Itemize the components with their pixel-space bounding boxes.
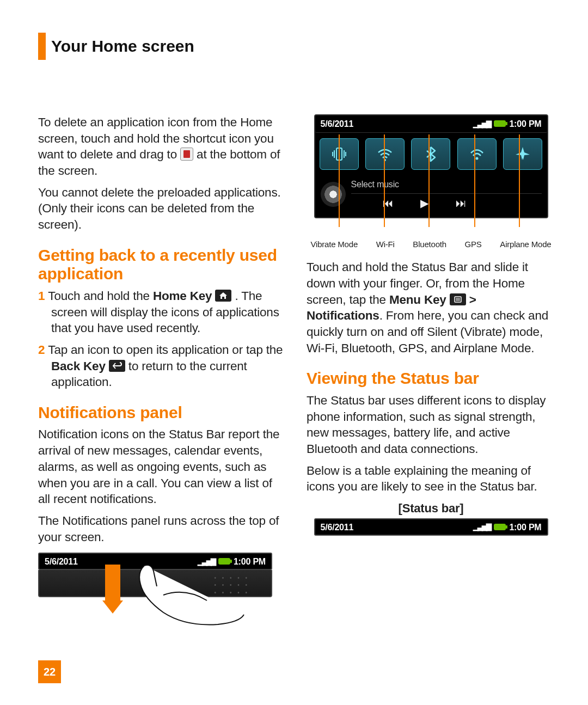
chapter-header: Your Home screen (38, 33, 555, 60)
signal-icon: ▁▃▅▇ (473, 522, 491, 531)
swipe-down-arrow-icon (102, 565, 123, 614)
step-number: 1 (38, 289, 45, 303)
status-time: 1:00 PM (509, 522, 541, 533)
menu-key-label: Menu Key (389, 293, 446, 306)
quick-settings-labels: Vibrate Mode Wi-Fi Bluetooth GPS Airplan… (311, 238, 552, 260)
play-icon[interactable]: ▶ (420, 196, 428, 210)
status-bar-paragraph-3: Below is a table explaining the meaning … (307, 463, 555, 495)
next-track-icon[interactable]: ⏭ (456, 196, 467, 210)
home-key-label: Home Key (153, 289, 212, 303)
intro-paragraph-2: You cannot delete the preloaded applicat… (38, 185, 287, 233)
status-date: 5/6/2011 (45, 556, 78, 567)
status-bar-caption: [Status bar] (307, 500, 555, 516)
status-bar-paragraph-1: Touch and hold the Status Bar and slide … (307, 259, 555, 356)
notif-paragraph-1: Notification icons on the Status Bar rep… (38, 426, 287, 507)
status-right: ▁▃▅▇ 1:00 PM (473, 118, 541, 130)
step-number: 2 (38, 343, 45, 357)
cd-icon (321, 182, 346, 207)
status-time: 1:00 PM (509, 118, 541, 130)
svg-point-2 (475, 157, 478, 160)
intro-paragraph-1: To delete an application icon from the H… (38, 114, 287, 179)
trash-icon (180, 148, 193, 161)
chapter-title: Your Home screen (51, 37, 194, 56)
music-widget: Select music ⏮ ▶ ⏭ (315, 175, 547, 217)
status-right: ▁▃▅▇ 1:00 PM (473, 522, 541, 533)
airplane-label: Airplane Mode (500, 239, 551, 250)
status-date: 5/6/2011 (321, 522, 354, 533)
battery-icon (494, 120, 506, 127)
bluetooth-toggle[interactable] (411, 138, 450, 170)
menu-key-icon (450, 293, 466, 305)
music-select-label[interactable]: Select music (351, 179, 542, 194)
gps-toggle[interactable] (457, 138, 497, 170)
back-key-label: Back Key (51, 359, 106, 373)
accent-bar (38, 33, 46, 60)
hand-gesture-icon (125, 562, 245, 628)
bluetooth-label: Bluetooth (413, 239, 446, 250)
wifi-toggle[interactable] (365, 138, 405, 170)
signal-icon: ▁▃▅▇ (473, 119, 491, 128)
text: Tap an icon to open its application or t… (48, 343, 283, 357)
status-bar-paragraph-2: The Status bar uses different icons to d… (307, 393, 555, 457)
gt: > (466, 293, 476, 306)
wifi-label: Wi-Fi (376, 239, 395, 250)
notifications-label: Notifications (307, 309, 379, 322)
right-column: 5/6/2011 ▁▃▅▇ 1:00 PM (307, 114, 555, 629)
step-1: 1Touch and hold the Home Key . The scree… (38, 288, 287, 336)
vibrate-label: Vibrate Mode (311, 239, 358, 250)
home-key-icon (215, 290, 231, 302)
step-2: 2Tap an icon to open its application or … (38, 342, 287, 390)
quick-settings-panel: 5/6/2011 ▁▃▅▇ 1:00 PM (314, 114, 548, 218)
status-bar: 5/6/2011 ▁▃▅▇ 1:00 PM (314, 518, 548, 536)
status-bar-example: 5/6/2011 ▁▃▅▇ 1:00 PM (314, 518, 548, 536)
section-heading-status-bar: Viewing the Status bar (307, 369, 555, 388)
callout-lines (314, 222, 548, 238)
notification-panel-illustration: 5/6/2011 ▁▃▅▇ 1:00 PM • • • • •• • • • •… (38, 553, 272, 629)
page-number: 22 (38, 660, 61, 683)
section-heading-notifications: Notifications panel (38, 403, 287, 422)
back-key-icon (109, 360, 125, 372)
left-column: To delete an application icon from the H… (38, 114, 287, 629)
notif-paragraph-2: The Notifications panel runs across the … (38, 513, 287, 545)
section-heading-recent-app: Getting back to a recently used applicat… (38, 246, 287, 284)
quick-settings-row (315, 133, 547, 175)
text: Touch and hold the (48, 289, 153, 303)
battery-icon (494, 524, 506, 530)
gps-label: GPS (465, 239, 482, 250)
status-bar: 5/6/2011 ▁▃▅▇ 1:00 PM (315, 115, 547, 133)
status-date: 5/6/2011 (321, 118, 354, 130)
airplane-toggle[interactable] (503, 138, 542, 170)
